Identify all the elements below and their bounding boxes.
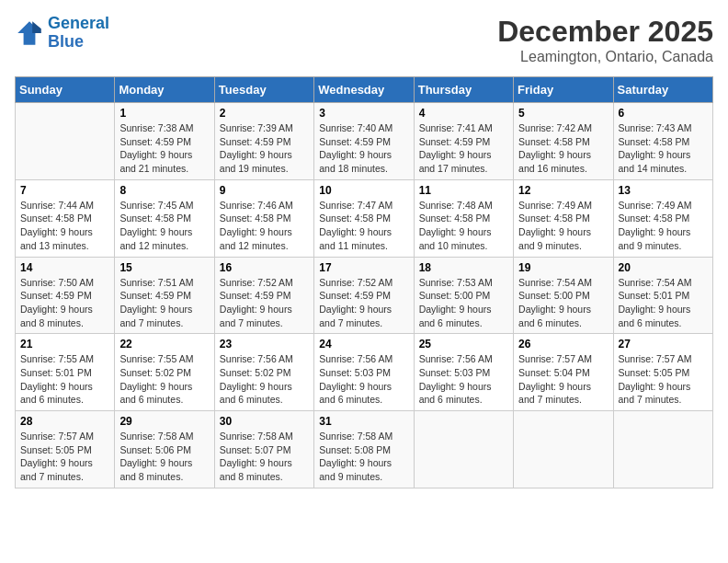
day-number: 13 [619, 184, 708, 197]
weekday-header: Monday [115, 77, 214, 103]
calendar-cell: 31Sunrise: 7:58 AM Sunset: 5:08 PM Dayli… [314, 411, 414, 488]
weekday-header: Tuesday [214, 77, 313, 103]
weekday-header: Thursday [414, 77, 513, 103]
calendar-cell: 24Sunrise: 7:56 AM Sunset: 5:03 PM Dayli… [314, 334, 414, 411]
day-info: Sunrise: 7:46 AM Sunset: 4:58 PM Dayligh… [220, 199, 309, 253]
day-info: Sunrise: 7:56 AM Sunset: 5:02 PM Dayligh… [220, 352, 309, 407]
day-info: Sunrise: 7:44 AM Sunset: 4:58 PM Dayligh… [20, 199, 109, 253]
day-info: Sunrise: 7:52 AM Sunset: 4:59 PM Dayligh… [319, 276, 408, 330]
day-number: 29 [119, 415, 209, 428]
day-info: Sunrise: 7:52 AM Sunset: 4:59 PM Dayligh… [220, 276, 309, 330]
day-number: 22 [119, 338, 209, 350]
day-info: Sunrise: 7:57 AM Sunset: 5:05 PM Dayligh… [20, 430, 109, 484]
day-number: 21 [20, 338, 109, 350]
day-number: 2 [220, 107, 309, 120]
day-info: Sunrise: 7:54 AM Sunset: 5:01 PM Dayligh… [619, 276, 708, 330]
day-info: Sunrise: 7:57 AM Sunset: 5:05 PM Dayligh… [619, 352, 708, 407]
day-number: 5 [518, 107, 608, 120]
calendar-cell: 23Sunrise: 7:56 AM Sunset: 5:02 PM Dayli… [214, 334, 313, 411]
day-number: 30 [220, 415, 309, 428]
weekday-header: Wednesday [314, 77, 414, 103]
page-header: General Blue December 2025 Leamington, O… [15, 15, 713, 65]
calendar-cell: 12Sunrise: 7:49 AM Sunset: 4:58 PM Dayli… [514, 179, 613, 257]
day-info: Sunrise: 7:54 AM Sunset: 5:00 PM Dayligh… [518, 276, 608, 330]
day-number: 23 [220, 338, 309, 350]
logo-line1: General [48, 14, 109, 32]
calendar-cell: 1Sunrise: 7:38 AM Sunset: 4:59 PM Daylig… [115, 103, 214, 180]
calendar-cell: 20Sunrise: 7:54 AM Sunset: 5:01 PM Dayli… [613, 257, 712, 334]
logo-icon [15, 18, 44, 48]
day-number: 25 [419, 338, 508, 350]
calendar-week-row: 21Sunrise: 7:55 AM Sunset: 5:01 PM Dayli… [16, 334, 713, 411]
day-info: Sunrise: 7:55 AM Sunset: 5:01 PM Dayligh… [20, 352, 109, 407]
day-info: Sunrise: 7:58 AM Sunset: 5:08 PM Dayligh… [319, 430, 408, 484]
calendar-cell: 28Sunrise: 7:57 AM Sunset: 5:05 PM Dayli… [16, 411, 115, 488]
day-info: Sunrise: 7:55 AM Sunset: 5:02 PM Dayligh… [119, 352, 209, 407]
calendar-cell: 27Sunrise: 7:57 AM Sunset: 5:05 PM Dayli… [613, 334, 712, 411]
calendar-cell: 18Sunrise: 7:53 AM Sunset: 5:00 PM Dayli… [414, 257, 513, 334]
day-number: 26 [518, 338, 608, 350]
calendar-cell: 4Sunrise: 7:41 AM Sunset: 4:59 PM Daylig… [414, 103, 513, 180]
day-number: 10 [319, 184, 408, 197]
day-number: 15 [119, 261, 209, 274]
location: Leamington, Ontario, Canada [497, 49, 713, 65]
calendar-cell: 2Sunrise: 7:39 AM Sunset: 4:59 PM Daylig… [214, 103, 313, 180]
day-info: Sunrise: 7:47 AM Sunset: 4:58 PM Dayligh… [319, 199, 408, 253]
day-info: Sunrise: 7:41 AM Sunset: 4:59 PM Dayligh… [419, 121, 508, 176]
logo-text: General Blue [48, 15, 109, 52]
calendar-cell: 13Sunrise: 7:49 AM Sunset: 4:58 PM Dayli… [613, 179, 712, 257]
day-number: 6 [619, 107, 708, 120]
calendar-cell: 17Sunrise: 7:52 AM Sunset: 4:59 PM Dayli… [314, 257, 414, 334]
day-number: 8 [119, 184, 209, 197]
weekday-header-row: SundayMondayTuesdayWednesdayThursdayFrid… [16, 77, 713, 103]
calendar-cell: 25Sunrise: 7:56 AM Sunset: 5:03 PM Dayli… [414, 334, 513, 411]
day-info: Sunrise: 7:56 AM Sunset: 5:03 PM Dayligh… [419, 352, 508, 407]
calendar-cell: 8Sunrise: 7:45 AM Sunset: 4:58 PM Daylig… [115, 179, 214, 257]
day-number: 3 [319, 107, 408, 120]
calendar-week-row: 14Sunrise: 7:50 AM Sunset: 4:59 PM Dayli… [16, 257, 713, 334]
day-info: Sunrise: 7:58 AM Sunset: 5:07 PM Dayligh… [220, 430, 309, 484]
day-number: 28 [20, 415, 109, 428]
calendar-cell: 16Sunrise: 7:52 AM Sunset: 4:59 PM Dayli… [214, 257, 313, 334]
day-number: 20 [619, 261, 708, 274]
day-number: 24 [319, 338, 408, 350]
calendar-cell [414, 411, 513, 488]
day-number: 9 [220, 184, 309, 197]
day-info: Sunrise: 7:48 AM Sunset: 4:58 PM Dayligh… [419, 199, 508, 253]
weekday-header: Sunday [16, 77, 115, 103]
calendar-cell: 19Sunrise: 7:54 AM Sunset: 5:00 PM Dayli… [514, 257, 613, 334]
calendar-cell: 5Sunrise: 7:42 AM Sunset: 4:58 PM Daylig… [514, 103, 613, 180]
day-number: 11 [419, 184, 508, 197]
logo: General Blue [15, 15, 109, 52]
title-block: December 2025 Leamington, Ontario, Canad… [497, 15, 713, 65]
calendar-table: SundayMondayTuesdayWednesdayThursdayFrid… [15, 76, 713, 488]
calendar-week-row: 28Sunrise: 7:57 AM Sunset: 5:05 PM Dayli… [16, 411, 713, 488]
day-info: Sunrise: 7:57 AM Sunset: 5:04 PM Dayligh… [518, 352, 608, 407]
day-info: Sunrise: 7:51 AM Sunset: 4:59 PM Dayligh… [119, 276, 209, 330]
calendar-cell: 11Sunrise: 7:48 AM Sunset: 4:58 PM Dayli… [414, 179, 513, 257]
calendar-cell: 15Sunrise: 7:51 AM Sunset: 4:59 PM Dayli… [115, 257, 214, 334]
day-info: Sunrise: 7:42 AM Sunset: 4:58 PM Dayligh… [518, 121, 608, 176]
day-info: Sunrise: 7:58 AM Sunset: 5:06 PM Dayligh… [119, 430, 209, 484]
weekday-header: Saturday [613, 77, 712, 103]
day-number: 19 [518, 261, 608, 274]
calendar-cell: 7Sunrise: 7:44 AM Sunset: 4:58 PM Daylig… [16, 179, 115, 257]
day-number: 17 [319, 261, 408, 274]
day-info: Sunrise: 7:43 AM Sunset: 4:58 PM Dayligh… [619, 121, 708, 176]
calendar-cell: 6Sunrise: 7:43 AM Sunset: 4:58 PM Daylig… [613, 103, 712, 180]
day-info: Sunrise: 7:38 AM Sunset: 4:59 PM Dayligh… [119, 121, 209, 176]
calendar-cell: 29Sunrise: 7:58 AM Sunset: 5:06 PM Dayli… [115, 411, 214, 488]
calendar-cell: 30Sunrise: 7:58 AM Sunset: 5:07 PM Dayli… [214, 411, 313, 488]
calendar-week-row: 1Sunrise: 7:38 AM Sunset: 4:59 PM Daylig… [16, 103, 713, 180]
month-title: December 2025 [497, 15, 713, 49]
day-number: 12 [518, 184, 608, 197]
calendar-cell: 26Sunrise: 7:57 AM Sunset: 5:04 PM Dayli… [514, 334, 613, 411]
calendar-cell [613, 411, 712, 488]
day-number: 18 [419, 261, 508, 274]
day-info: Sunrise: 7:50 AM Sunset: 4:59 PM Dayligh… [20, 276, 109, 330]
calendar-cell [514, 411, 613, 488]
calendar-cell: 22Sunrise: 7:55 AM Sunset: 5:02 PM Dayli… [115, 334, 214, 411]
day-info: Sunrise: 7:49 AM Sunset: 4:58 PM Dayligh… [518, 199, 608, 253]
calendar-cell: 9Sunrise: 7:46 AM Sunset: 4:58 PM Daylig… [214, 179, 313, 257]
day-info: Sunrise: 7:39 AM Sunset: 4:59 PM Dayligh… [220, 121, 309, 176]
